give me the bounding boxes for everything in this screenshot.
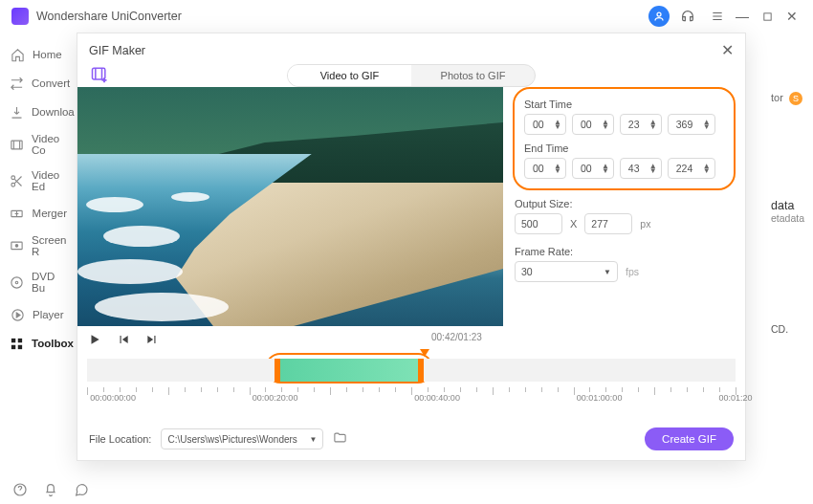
- maximize-button[interactable]: [758, 7, 777, 26]
- partial-subtext: etadata: [771, 212, 807, 224]
- time-range-box: Start Time 00▲▼ 00▲▼ 23▲▼ 369▲▼ End Time…: [513, 87, 736, 190]
- start-mm-stepper[interactable]: 00▲▼: [572, 114, 614, 135]
- sidebar-item-downloader[interactable]: Downloa: [0, 98, 77, 126]
- svg-point-3: [11, 175, 15, 179]
- sidebar-item-label: Toolbox: [32, 338, 74, 349]
- tab-photos-to-gif[interactable]: Photos to GIF: [411, 65, 535, 86]
- sidebar-item-label: Convert: [32, 77, 70, 89]
- partial-heading: data: [771, 199, 807, 212]
- app-logo: [11, 8, 29, 25]
- partial-text: tor: [771, 92, 783, 103]
- partial-text-cd: CD.: [771, 323, 807, 335]
- end-time-label: End Time: [524, 142, 724, 154]
- time-ruler: 00:00:00:00 00:00:20:00 00:00:40:00 00:0…: [87, 387, 736, 408]
- scissors-icon: [10, 173, 24, 188]
- menu-icon[interactable]: [708, 7, 727, 26]
- playhead-marker[interactable]: [420, 349, 429, 357]
- svg-point-0: [657, 12, 661, 16]
- disc-icon: [10, 274, 24, 290]
- minimize-button[interactable]: —: [733, 7, 752, 26]
- user-icon[interactable]: [648, 6, 670, 27]
- mode-tabs: Video to GIF Photos to GIF: [287, 64, 536, 87]
- player-controls: [85, 330, 162, 349]
- video-preview[interactable]: [77, 87, 503, 326]
- timeline-track[interactable]: [87, 359, 736, 382]
- sidebar-item-label: Merger: [33, 208, 67, 219]
- statusbar: [0, 475, 813, 504]
- trim-handle-right[interactable]: [418, 359, 424, 382]
- end-hh-stepper[interactable]: 00▲▼: [524, 158, 566, 179]
- start-ms-stepper[interactable]: 369▲▼: [668, 114, 715, 135]
- sidebar-item-label: Video Co: [32, 133, 67, 156]
- toolbox-icon: [10, 336, 24, 351]
- sidebar-item-toolbox[interactable]: Toolbox: [0, 329, 77, 358]
- modal-title: GIF Maker: [89, 44, 145, 57]
- feedback-icon[interactable]: [73, 481, 90, 498]
- trim-handle-left[interactable]: [275, 359, 280, 382]
- home-icon: [10, 47, 25, 62]
- tab-video-to-gif[interactable]: Video to GIF: [288, 65, 411, 86]
- sidebar-item-video-editor[interactable]: Video Ed: [0, 163, 77, 199]
- svg-point-7: [15, 244, 18, 247]
- svg-rect-13: [11, 344, 15, 348]
- fps-unit: fps: [626, 266, 639, 277]
- sidebar-item-video-compressor[interactable]: Video Co: [0, 126, 77, 163]
- output-height-input[interactable]: 277: [584, 213, 632, 234]
- start-ss-stepper[interactable]: 23▲▼: [620, 114, 662, 135]
- end-mm-stepper[interactable]: 00▲▼: [572, 158, 614, 179]
- sidebar-item-label: Downloa: [32, 106, 75, 118]
- download-icon: [10, 104, 24, 120]
- svg-point-8: [11, 276, 22, 287]
- svg-rect-15: [93, 68, 105, 79]
- px-unit: px: [640, 218, 650, 230]
- timeline: 00:00:00:00 00:00:20:00 00:00:40:00 00:0…: [87, 357, 736, 408]
- end-ss-stepper[interactable]: 43▲▼: [620, 158, 662, 179]
- file-location-select[interactable]: C:\Users\ws\Pictures\Wonders▼: [161, 428, 323, 449]
- sidebar-item-home[interactable]: Home: [0, 40, 77, 69]
- start-time-label: Start Time: [524, 99, 724, 110]
- badge-icon: S: [789, 92, 802, 105]
- svg-rect-11: [11, 338, 15, 341]
- merge-icon: [10, 206, 25, 221]
- sidebar-item-dvd-burner[interactable]: DVD Bu: [0, 264, 77, 300]
- sidebar: Home Convert Downloa Video Co Video Ed M…: [0, 33, 77, 475]
- svg-rect-2: [11, 141, 22, 149]
- sidebar-item-merger[interactable]: Merger: [0, 199, 77, 228]
- output-size-label: Output Size:: [515, 198, 734, 209]
- close-icon[interactable]: ✕: [721, 41, 734, 59]
- play-icon: [10, 307, 25, 322]
- support-icon[interactable]: [677, 6, 698, 27]
- close-button[interactable]: ✕: [782, 7, 802, 26]
- svg-rect-1: [763, 12, 770, 19]
- file-location-label: File Location:: [89, 433, 151, 445]
- right-strip: tor S data etadata CD.: [765, 33, 813, 475]
- open-folder-button[interactable]: [333, 430, 347, 449]
- app-title: Wondershare UniConverter: [36, 10, 182, 23]
- svg-point-9: [15, 281, 18, 284]
- play-button[interactable]: [85, 330, 104, 349]
- frame-rate-select[interactable]: 30▼: [515, 261, 618, 282]
- timecode: 00:42/01:23: [431, 332, 482, 342]
- gif-maker-modal: GIF Maker ✕ Video to GIF Photos to GIF 0…: [77, 33, 746, 461]
- create-gif-button[interactable]: Create GIF: [645, 427, 734, 450]
- prev-frame-button[interactable]: [114, 330, 133, 349]
- sidebar-item-converter[interactable]: Convert: [0, 69, 77, 98]
- sidebar-item-screen-recorder[interactable]: Screen R: [0, 228, 77, 264]
- svg-point-4: [11, 183, 15, 186]
- output-width-input[interactable]: 500: [515, 213, 562, 234]
- ruler-label: 00:00:00:00: [90, 393, 136, 403]
- record-icon: [10, 238, 24, 253]
- sidebar-item-label: Home: [33, 49, 62, 60]
- end-ms-stepper[interactable]: 224▲▼: [668, 158, 715, 179]
- sidebar-item-player[interactable]: Player: [0, 300, 77, 329]
- next-frame-button[interactable]: [143, 330, 162, 349]
- notifications-icon[interactable]: [42, 481, 59, 498]
- x-separator: X: [570, 218, 577, 230]
- ruler-label: 00:00:20:00: [253, 393, 298, 403]
- help-icon[interactable]: [11, 481, 29, 498]
- sidebar-item-label: Player: [33, 309, 64, 320]
- ruler-label: 00:01:00:00: [577, 393, 623, 403]
- start-hh-stepper[interactable]: 00▲▼: [524, 114, 566, 135]
- sidebar-item-label: Screen R: [32, 234, 67, 257]
- selection-segment[interactable]: [275, 359, 424, 382]
